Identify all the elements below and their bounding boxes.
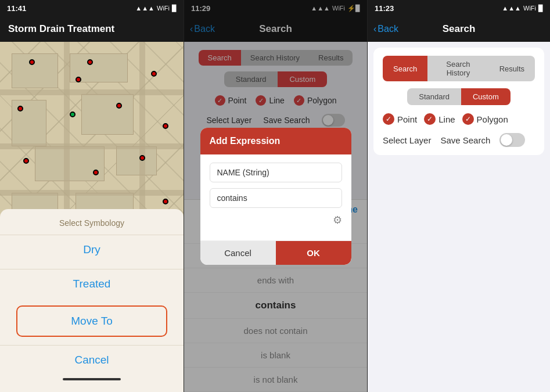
map-building [12,53,58,88]
panel1-storm-drain: 11:41 ▲▲▲ WiFi ▉ Storm Drain Treatment [0,0,184,392]
tab-standard[interactable]: Standard [407,88,461,105]
panel1-app-title: Storm Drain Treatment [8,23,114,35]
panel3-mode-tabs: Standard Custom [383,88,535,105]
p3-save-search-toggle[interactable] [499,133,525,147]
wifi-icon: WiFi [157,5,170,12]
map-street [0,89,184,95]
drain-marker[interactable] [163,199,168,204]
map-building [12,100,46,146]
drain-marker[interactable] [76,77,81,82]
wifi-icon: WiFi [523,5,536,12]
map-building [81,94,134,135]
expression-field1[interactable]: NAME (String) [210,163,342,182]
tab-results[interactable]: Results [489,56,535,81]
p3-line-check: ✓ [424,113,436,125]
panel1-title-bar: Storm Drain Treatment [0,16,184,42]
dialog-body: NAME (String) contains ⚙ [200,154,351,240]
drain-marker[interactable] [87,59,93,65]
panel1-status-icons: ▲▲▲ WiFi ▉ [135,5,177,12]
panel3-nav-title: Search [443,23,476,35]
panel2-search: 11:29 ▲▲▲ WiFi ⚡▉ ‹ Back Search Search S… [184,0,367,392]
p3-polygon-label: Polygon [477,114,508,124]
panel3-search: 11:23 ▲▲▲ WiFi ▉ ‹ Back Search Search Se… [367,0,550,392]
p3-select-layer-label[interactable]: Select Layer [383,135,431,145]
map-building [35,146,105,181]
panel3-main-tabs: Search Search History Results [383,56,535,81]
battery-icon: ▉ [538,5,543,12]
dialog-cancel-button[interactable]: Cancel [200,241,276,265]
panel1-status-bar: 11:41 ▲▲▲ WiFi ▉ [0,0,184,16]
treated-option[interactable]: Treated [0,269,184,299]
map-street [0,190,184,196]
gear-icon[interactable]: ⚙ [210,214,342,226]
drain-marker-green[interactable] [70,112,76,117]
tab-custom[interactable]: Custom [461,88,511,105]
dialog-title: Add Expression [210,136,281,146]
map-building [116,146,157,175]
select-symbology-sheet: Select Symbology Dry Treated Move To Can… [0,209,184,392]
drain-marker[interactable] [23,158,29,164]
panel3-nav-bar: ‹ Back Search [368,16,550,42]
panel3-layer-row: Select Layer Save Search [383,133,535,147]
panel3-geometry-row: ✓ Point ✓ Line ✓ Polygon [383,113,535,125]
dry-option[interactable]: Dry [0,235,184,264]
p3-point-label: Point [397,114,417,124]
home-indicator [63,378,121,380]
cancel-option[interactable]: Cancel [0,345,184,375]
panel1-time: 11:41 [7,4,26,13]
chevron-left-icon: ‹ [373,24,376,34]
p3-point-option[interactable]: ✓ Point [383,113,417,125]
panel3-status-bar: 11:23 ▲▲▲ WiFi ▉ [368,0,550,16]
p3-line-label: Line [438,114,455,124]
panel3-time: 11:23 [375,4,394,13]
map-street [0,143,184,149]
p3-polygon-check: ✓ [462,113,474,125]
expression-field2[interactable]: contains [210,188,342,208]
drain-marker[interactable] [93,170,99,175]
drain-marker[interactable] [29,59,35,65]
dialog-ok-button[interactable]: OK [276,241,351,265]
tab-search[interactable]: Search [383,56,427,81]
p3-save-search-label: Save Search [440,135,490,145]
dialog-buttons: Cancel OK [200,240,351,265]
tab-search-history[interactable]: Search History [427,56,488,81]
move-to-option[interactable]: Move To [16,305,167,337]
drain-marker[interactable] [151,71,157,77]
drain-marker[interactable] [116,103,122,109]
sheet-title: Select Symbology [0,209,184,232]
p3-polygon-option[interactable]: ✓ Polygon [462,113,508,125]
battery-icon: ▉ [172,5,177,12]
p3-line-option[interactable]: ✓ Line [424,113,455,125]
signal-icon: ▲▲▲ [135,5,154,12]
drain-marker[interactable] [163,123,168,129]
signal-icon: ▲▲▲ [502,5,521,12]
dialog-header: Add Expression [200,128,351,154]
p3-point-check: ✓ [383,113,394,125]
panel3-status-icons: ▲▲▲ WiFi ▉ [502,5,543,12]
panel3-back-button[interactable]: ‹ Back [373,24,398,34]
back-label: Back [378,24,398,34]
drain-marker[interactable] [139,155,145,161]
add-expression-dialog-overlay: Add Expression NAME (String) contains ⚙ … [184,0,367,392]
panel3-content: Search Search History Results Standard C… [373,48,544,155]
add-expression-dialog: Add Expression NAME (String) contains ⚙ … [200,128,351,265]
drain-marker[interactable] [17,106,23,112]
